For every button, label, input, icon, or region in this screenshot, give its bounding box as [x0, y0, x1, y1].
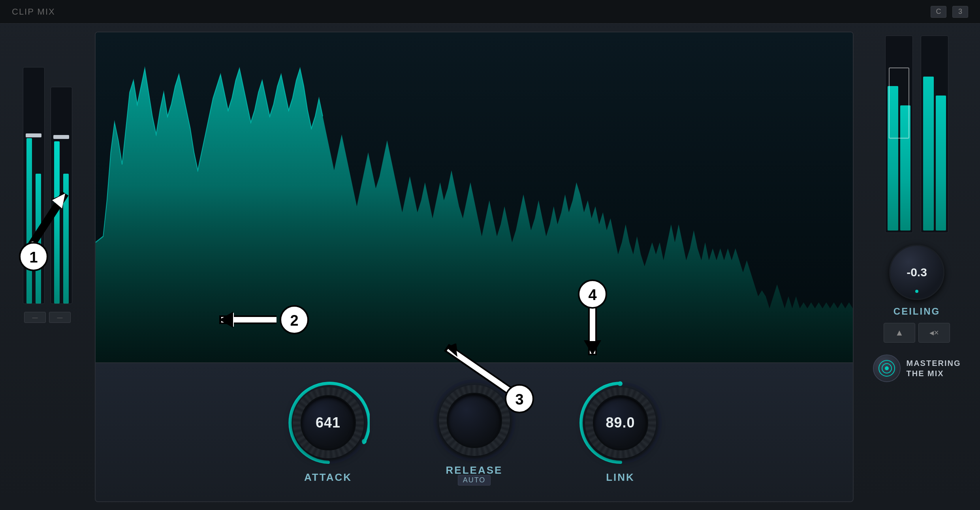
svg-point-1 [362, 439, 367, 444]
right-meter-group [861, 36, 972, 233]
meter-handle[interactable] [26, 133, 41, 137]
top-bar-left: CLIP MIX [12, 7, 55, 17]
logo-line1: MASTERING [907, 358, 961, 368]
release-knob-group: RELEASE AUTO [433, 379, 516, 486]
logo-area: MASTERING THE MIX [873, 354, 961, 382]
release-sublabel: AUTO [458, 475, 491, 486]
link-label: LINK [606, 471, 635, 484]
ceiling-knob[interactable]: -0.3 [889, 245, 944, 300]
release-knob-gear[interactable] [439, 385, 510, 456]
ceiling-value: -0.3 [907, 266, 927, 279]
meter-btn-2[interactable]: — [49, 312, 71, 323]
attack-knob-group: 641 ATTACK [287, 381, 370, 484]
top-bar-right: C 3 [931, 6, 968, 18]
waveform-container [95, 32, 854, 363]
release-knob-container[interactable] [433, 379, 516, 462]
left-meter-track-2[interactable] [51, 87, 72, 304]
attack-value: 641 [316, 414, 340, 431]
link-knob-gear[interactable]: 89.0 [585, 387, 656, 458]
ceiling-buttons: ▲ ◂× [884, 323, 950, 343]
controls-bar: 641 ATTACK [95, 363, 854, 502]
content-area: — — [0, 24, 980, 510]
meter-handle-2[interactable] [53, 135, 69, 139]
svg-point-4 [618, 381, 623, 386]
link-knob-inner: 89.0 [593, 395, 648, 450]
main-display: 641 ATTACK [95, 32, 854, 502]
right-meter-bracket [889, 68, 909, 139]
top-bar: CLIP MIX C 3 [0, 0, 980, 24]
main-container: CLIP MIX C 3 — [0, 0, 980, 510]
left-meter-group [23, 36, 72, 304]
ceiling-label: CEILING [893, 306, 940, 317]
right-meter-track-2[interactable] [921, 36, 948, 233]
link-knob-container[interactable]: 89.0 [579, 381, 662, 464]
meter-btn-1[interactable]: — [24, 312, 46, 323]
ceiling-group: -0.3 CEILING ▲ ◂× [884, 245, 950, 343]
left-meters: — — [8, 32, 87, 502]
right-fill-3 [923, 77, 934, 231]
logo-line2: THE MIX [907, 368, 961, 379]
meter-fill-right [36, 174, 41, 304]
meter-fill-left-2 [54, 141, 60, 304]
ceiling-up-btn[interactable]: ▲ [884, 323, 915, 343]
top-btn-2[interactable]: 3 [952, 6, 968, 18]
ceiling-mute-btn[interactable]: ◂× [918, 323, 950, 343]
link-knob-group: 89.0 LINK [579, 381, 662, 484]
attack-knob-inner: 641 [301, 395, 356, 450]
logo-icon [873, 354, 901, 382]
right-meters: -0.3 CEILING ▲ ◂× [861, 32, 972, 502]
waveform-svg [96, 32, 853, 362]
svg-point-7 [885, 366, 889, 370]
meter-fill-left [26, 138, 32, 304]
meter-buttons: — — [24, 312, 71, 323]
attack-knob-container[interactable]: 641 [287, 381, 370, 464]
logo-svg [877, 358, 897, 378]
meter-fill-right-2 [63, 174, 69, 304]
left-meter-track-1[interactable] [23, 67, 45, 304]
right-fill-4 [936, 96, 946, 231]
app-title: CLIP MIX [12, 7, 55, 17]
release-knob-inner [447, 393, 502, 448]
attack-label: ATTACK [304, 471, 352, 484]
ceiling-dot [915, 290, 918, 293]
link-value: 89.0 [606, 414, 635, 431]
logo-text: MASTERING THE MIX [907, 358, 961, 379]
attack-knob-gear[interactable]: 641 [293, 387, 364, 458]
right-meter-track-1[interactable] [885, 36, 913, 233]
top-btn-1[interactable]: C [931, 6, 946, 18]
